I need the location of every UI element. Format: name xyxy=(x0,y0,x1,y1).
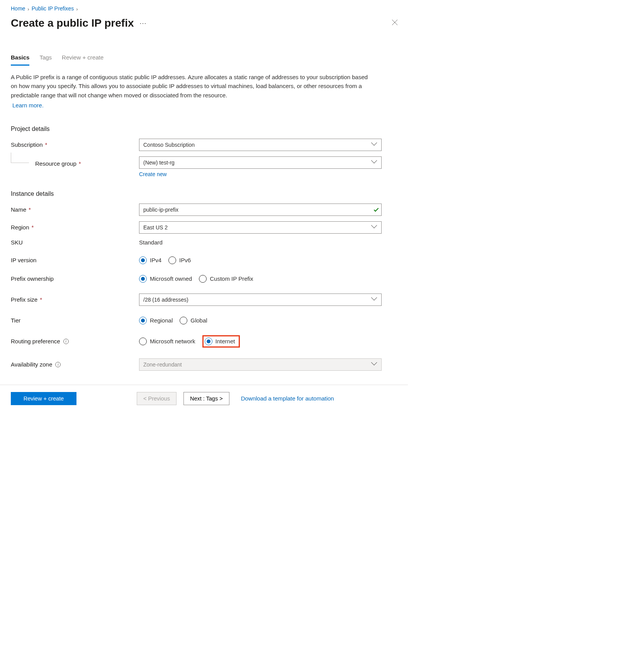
label-tier: Tier xyxy=(11,317,139,324)
page-title: Create a public IP prefix ⋯ xyxy=(11,17,147,29)
label-subscription: Subscription* xyxy=(11,141,139,148)
label-availability-zone: Availability zone i xyxy=(11,361,139,368)
info-icon[interactable]: i xyxy=(55,362,61,367)
label-ip-version: IP version xyxy=(11,257,139,263)
section-project-details: Project details xyxy=(11,126,399,132)
chevron-down-icon xyxy=(370,160,378,165)
radio-custom-ip-prefix[interactable]: Custom IP Prefix xyxy=(199,275,253,283)
label-prefix-size: Prefix size* xyxy=(11,296,139,303)
more-icon[interactable]: ⋯ xyxy=(139,20,147,27)
row-name: Name* public-ip-prefix xyxy=(11,204,399,216)
chevron-down-icon xyxy=(370,143,378,147)
review-create-button[interactable]: Review + create xyxy=(11,392,76,405)
label-resource-group: Resource group* xyxy=(11,156,139,167)
ip-version-group: IPv4 IPv6 xyxy=(139,256,382,264)
page-title-text: Create a public IP prefix xyxy=(11,17,134,29)
radio-icon xyxy=(180,317,187,324)
row-tier: Tier Regional Global xyxy=(11,317,399,324)
radio-microsoft-network[interactable]: Microsoft network xyxy=(139,338,195,345)
previous-button: < Previous xyxy=(137,392,177,405)
label-region: Region* xyxy=(11,224,139,231)
chevron-down-icon xyxy=(370,225,378,229)
learn-more-link[interactable]: Learn more. xyxy=(12,102,44,109)
prefix-size-select[interactable]: /28 (16 addresses) xyxy=(139,294,382,306)
row-resource-group: Resource group* (New) test-rg Create new xyxy=(11,156,399,177)
radio-icon xyxy=(139,275,147,283)
row-sku: SKU Standard xyxy=(11,239,399,246)
row-subscription: Subscription* Contoso Subscription xyxy=(11,139,399,151)
info-icon[interactable]: i xyxy=(63,339,69,344)
sku-value: Standard xyxy=(139,239,163,246)
next-button[interactable]: Next : Tags > xyxy=(183,392,229,405)
region-select[interactable]: East US 2 xyxy=(139,221,382,234)
chevron-right-icon: › xyxy=(27,7,29,12)
label-sku: SKU xyxy=(11,239,139,246)
tabs: Basics Tags Review + create xyxy=(11,52,399,66)
row-ip-version: IP version IPv4 IPv6 xyxy=(11,256,399,264)
breadcrumb-public-ip-prefixes[interactable]: Public IP Prefixes xyxy=(32,5,74,12)
close-icon[interactable] xyxy=(390,18,399,29)
radio-ipv4[interactable]: IPv4 xyxy=(139,256,161,264)
download-template-link[interactable]: Download a template for automation xyxy=(241,395,334,402)
page-header: Create a public IP prefix ⋯ xyxy=(11,17,399,29)
tab-review-create[interactable]: Review + create xyxy=(62,52,104,66)
radio-global[interactable]: Global xyxy=(180,317,207,324)
routing-preference-group: Microsoft network Internet xyxy=(139,335,382,348)
highlight-internet: Internet xyxy=(202,335,240,348)
name-input[interactable]: public-ip-prefix xyxy=(139,204,382,216)
radio-icon xyxy=(205,338,212,345)
label-routing-preference: Routing preference i xyxy=(11,338,139,344)
row-availability-zone: Availability zone i Zone-redundant xyxy=(11,358,399,371)
section-instance-details: Instance details xyxy=(11,190,399,197)
tier-group: Regional Global xyxy=(139,317,382,324)
label-name: Name* xyxy=(11,206,139,213)
chevron-right-icon: › xyxy=(76,7,78,12)
radio-microsoft-owned[interactable]: Microsoft owned xyxy=(139,275,192,283)
row-prefix-size: Prefix size* /28 (16 addresses) xyxy=(11,294,399,306)
description-text: A Public IP prefix is a range of contigu… xyxy=(11,73,370,100)
radio-internet[interactable]: Internet xyxy=(205,338,235,345)
radio-icon xyxy=(199,275,207,283)
radio-icon xyxy=(139,338,147,345)
label-prefix-ownership: Prefix ownership xyxy=(11,275,139,282)
availability-zone-select: Zone-redundant xyxy=(139,358,382,371)
footer-bar: Review + create < Previous Next : Tags >… xyxy=(11,392,399,405)
row-region: Region* East US 2 xyxy=(11,221,399,234)
create-new-link[interactable]: Create new xyxy=(139,171,167,177)
divider xyxy=(0,385,408,385)
resource-group-select[interactable]: (New) test-rg xyxy=(139,156,382,169)
tab-basics[interactable]: Basics xyxy=(11,52,29,66)
tab-tags[interactable]: Tags xyxy=(39,52,52,66)
subscription-select[interactable]: Contoso Subscription xyxy=(139,139,382,151)
chevron-down-icon xyxy=(370,362,378,367)
radio-icon xyxy=(139,256,147,264)
chevron-down-icon xyxy=(370,297,378,302)
breadcrumb: Home › Public IP Prefixes › xyxy=(11,5,399,12)
radio-icon xyxy=(139,317,147,324)
radio-ipv6[interactable]: IPv6 xyxy=(168,256,191,264)
breadcrumb-home[interactable]: Home xyxy=(11,5,25,12)
row-prefix-ownership: Prefix ownership Microsoft owned Custom … xyxy=(11,275,399,283)
radio-regional[interactable]: Regional xyxy=(139,317,173,324)
radio-icon xyxy=(168,256,176,264)
check-icon xyxy=(374,207,379,212)
row-routing-preference: Routing preference i Microsoft network I… xyxy=(11,335,399,348)
prefix-ownership-group: Microsoft owned Custom IP Prefix xyxy=(139,275,382,283)
